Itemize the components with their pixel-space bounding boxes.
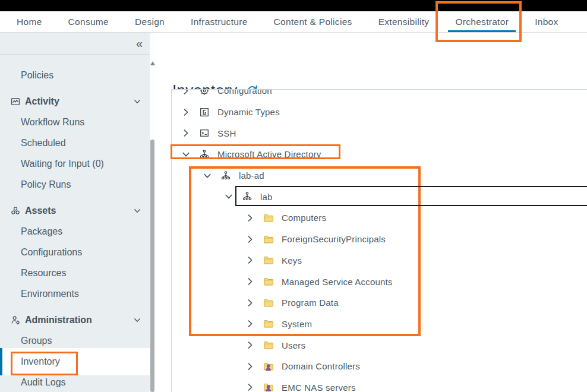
tree-node-keys[interactable]: Keys: [172, 250, 587, 271]
scroll-up-arrow-icon[interactable]: [150, 61, 155, 65]
collapse-sidebar-icon[interactable]: «: [136, 37, 143, 49]
sidebar-item-configurations[interactable]: Configurations: [0, 242, 150, 263]
tree-node-label: SSH: [217, 128, 236, 138]
chevron-right-icon[interactable]: [245, 382, 255, 392]
folder-icon: [263, 255, 274, 265]
chevron-right-icon[interactable]: [245, 213, 255, 223]
sidebar-item-label: Policies: [21, 70, 53, 81]
tree-node-program-data[interactable]: Program Data: [172, 292, 587, 314]
inventory-tree: ConfigurationDynamic TypesSSHMicrosoft A…: [171, 89, 587, 392]
tree-rows: ConfigurationDynamic TypesSSHMicrosoft A…: [172, 89, 587, 392]
tree-node-configuration[interactable]: Configuration: [172, 89, 587, 102]
tree-node-system[interactable]: System: [172, 314, 587, 335]
folder-icon: [263, 276, 274, 287]
sidebar-item-label: Resources: [21, 268, 66, 279]
nav-tab-orchestrator[interactable]: Orchestrator: [448, 11, 516, 32]
sidebar-section-administration[interactable]: Administration: [0, 309, 150, 330]
chevron-right-icon[interactable]: [245, 362, 255, 371]
sidebar-item-workflow-runs[interactable]: Workflow Runs: [0, 112, 150, 132]
activity-icon: [10, 96, 21, 107]
tree-node-ssh[interactable]: SSH: [172, 122, 587, 144]
chevron-right-icon[interactable]: [245, 235, 255, 244]
chevron-right-icon[interactable]: [181, 128, 191, 138]
sidebar-item-label: Scheduled: [21, 138, 66, 148]
tree-node-label: System: [282, 319, 312, 329]
tree-node-label: ForeignSecurityPrincipals: [282, 234, 386, 244]
tree-node-label: lab: [260, 192, 273, 202]
top-black-bar: [0, 0, 587, 11]
nav-tab-design[interactable]: Design: [128, 11, 172, 32]
sidebar-item-label: Inventory: [21, 356, 60, 367]
tree-node-label: lab-ad: [239, 170, 264, 181]
tree-node-label: Domain Controllers: [282, 361, 360, 371]
tree-node-label: Dynamic Types: [217, 107, 280, 117]
nav-tab-consume[interactable]: Consume: [61, 11, 116, 32]
tree-node-lab[interactable]: lab: [172, 186, 587, 207]
sidebar-item-environments[interactable]: Environments: [0, 283, 150, 304]
chevron-right-icon[interactable]: [181, 108, 191, 117]
tree-node-domain-controllers[interactable]: Domain Controllers: [172, 356, 587, 377]
sidebar-section-assets[interactable]: Assets: [0, 200, 150, 221]
tree-node-dynamic-types[interactable]: Dynamic Types: [172, 102, 587, 123]
folder-icon: [263, 318, 274, 329]
tree-node-microsoft-active-directory[interactable]: Microsoft Active Directory: [172, 144, 587, 165]
tree-node-lab-ad[interactable]: lab-ad: [172, 165, 587, 186]
chevron-down-icon[interactable]: [133, 316, 141, 324]
administration-icon: [10, 315, 21, 325]
sidebar-item-resources[interactable]: Resources: [0, 263, 150, 283]
sidebar-item-packages[interactable]: Packages: [0, 221, 150, 242]
chevron-right-icon[interactable]: [245, 298, 255, 308]
folder-user-icon: [263, 382, 274, 392]
chevron-right-icon[interactable]: [245, 319, 255, 328]
tree-node-label: EMC NAS servers: [282, 382, 356, 392]
nav-tab-inbox[interactable]: Inbox: [528, 11, 565, 32]
sidebar-item-waiting-for-input-0[interactable]: Waiting for Input (0): [0, 153, 150, 174]
sidebar-item-audit-logs[interactable]: Audit Logs: [0, 372, 150, 392]
sidebar-item-label: Audit Logs: [21, 377, 66, 388]
sidebar: « PoliciesActivityWorkflow RunsScheduled…: [0, 33, 150, 392]
sidebar-item-scheduled[interactable]: Scheduled: [0, 132, 150, 153]
scrollbar-thumb[interactable]: [150, 140, 154, 392]
tree-node-users[interactable]: Users: [172, 334, 587, 356]
nav-tab-infrastructure[interactable]: Infrastructure: [184, 11, 255, 32]
tree-node-computers[interactable]: Computers: [172, 207, 587, 229]
sidebar-item-label: Waiting for Input (0): [21, 159, 104, 169]
tree-node-label: Configuration: [217, 89, 272, 96]
chevron-down-icon[interactable]: [224, 192, 233, 201]
chevron-right-icon[interactable]: [245, 277, 255, 286]
sidebar-item-label: Workflow Runs: [21, 117, 84, 128]
chevron-down-icon[interactable]: [203, 171, 212, 181]
chevron-down-icon[interactable]: [181, 150, 191, 159]
nav-tabs: HomeConsumeDesignInfrastructureContent &…: [0, 11, 587, 32]
folder-user-icon: [263, 361, 274, 372]
gear-icon: [199, 89, 210, 96]
chevron-down-icon[interactable]: [133, 97, 141, 106]
tree-node-emc-nas-servers[interactable]: EMC NAS servers: [172, 377, 587, 392]
sidebar-section-activity[interactable]: Activity: [0, 91, 150, 112]
sidebar-item-policy-runs[interactable]: Policy Runs: [0, 174, 150, 195]
tree-node-foreignsecurityprincipals[interactable]: ForeignSecurityPrincipals: [172, 229, 587, 250]
chevron-right-icon[interactable]: [245, 255, 255, 265]
nav-tab-extensibility[interactable]: Extensibility: [371, 11, 437, 32]
chevron-right-icon[interactable]: [245, 340, 255, 350]
nav-tab-home[interactable]: Home: [10, 11, 49, 32]
assets-icon: [10, 206, 21, 216]
sidebar-header: «: [0, 33, 150, 55]
folder-icon: [263, 213, 274, 223]
sidebar-item-label: Activity: [25, 96, 59, 107]
folder-icon: [263, 234, 274, 245]
tree-node-label: Program Data: [282, 298, 339, 308]
folder-icon: [263, 298, 274, 308]
dynamic-types-icon: [199, 107, 210, 118]
folder-icon: [263, 340, 274, 350]
sidebar-item-label: Configurations: [21, 247, 82, 258]
sitemap-icon: [199, 149, 210, 160]
sitemap-icon: [242, 191, 253, 202]
chevron-right-icon[interactable]: [181, 89, 191, 96]
chevron-down-icon[interactable]: [133, 207, 141, 215]
sidebar-item-policies[interactable]: Policies: [0, 65, 150, 86]
sidebar-scrollbar[interactable]: [150, 33, 156, 392]
tree-node-managed-service-accounts[interactable]: Managed Service Accounts: [172, 271, 587, 292]
sitemap-icon: [220, 170, 231, 181]
nav-tab-content-policies[interactable]: Content & Policies: [267, 11, 359, 32]
